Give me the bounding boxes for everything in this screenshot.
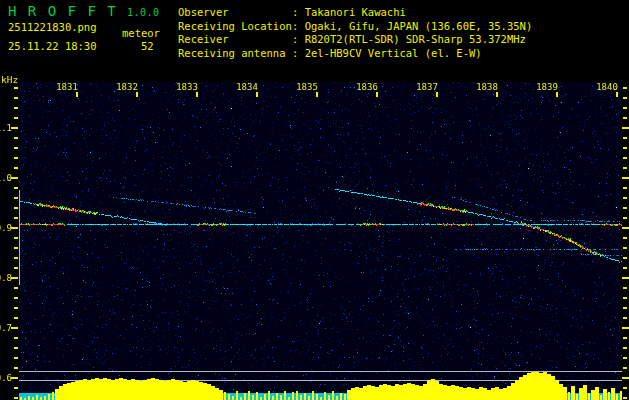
app-version: 1.0.0: [127, 7, 160, 18]
info-label: Receiver: [178, 33, 292, 47]
info-label: Receiving antenna: [178, 47, 292, 61]
freq-minor-tick-right: [623, 137, 627, 139]
freq-minor-tick: [14, 357, 18, 359]
freq-minor-tick-right: [623, 337, 627, 339]
freq-minor-tick: [14, 397, 18, 399]
freq-unit-label: kHz: [1, 75, 18, 85]
freq-minor-tick-right: [623, 367, 627, 369]
freq-minor-tick-right: [623, 117, 627, 119]
freq-minor-tick-right: [623, 167, 627, 169]
freq-minor-tick: [14, 217, 18, 219]
freq-tick-label: 0.8: [0, 273, 12, 283]
freq-minor-tick-right: [623, 237, 627, 239]
freq-major-tick-right: [622, 327, 629, 329]
info-row-0: Observer: Takanori Kawachi: [178, 6, 532, 20]
freq-minor-tick: [14, 257, 18, 259]
freq-minor-tick-right: [623, 87, 627, 89]
info-value: : 2el-HB9CV Vertical (el. E-W): [292, 47, 482, 59]
freq-major-tick: [11, 177, 18, 179]
freq-minor-tick: [14, 117, 18, 119]
spectrogram-canvas: [19, 82, 622, 400]
freq-minor-tick-right: [623, 247, 627, 249]
freq-minor-tick: [14, 337, 18, 339]
freq-minor-tick: [14, 107, 18, 109]
freq-minor-tick: [14, 147, 18, 149]
freq-minor-tick: [14, 137, 18, 139]
freq-major-tick-right: [622, 177, 629, 179]
freq-minor-tick-right: [623, 197, 627, 199]
freq-major-tick: [11, 327, 18, 329]
freq-tick-label: 1.1: [0, 123, 12, 133]
freq-minor-tick-right: [623, 187, 627, 189]
freq-minor-tick: [14, 387, 18, 389]
freq-major-tick-right: [622, 227, 629, 229]
freq-minor-tick-right: [623, 357, 627, 359]
hrofft-window: H R O F F T 1.0.0 2511221830.png meteor …: [0, 0, 629, 400]
freq-major-tick: [11, 227, 18, 229]
freq-minor-tick: [14, 207, 18, 209]
freq-minor-tick-right: [623, 317, 627, 319]
freq-minor-tick: [14, 297, 18, 299]
freq-minor-tick-right: [623, 217, 627, 219]
freq-minor-tick-right: [623, 387, 627, 389]
freq-minor-tick: [14, 157, 18, 159]
station-info-block: Observer: Takanori KawachiReceiving Loca…: [178, 6, 532, 60]
freq-minor-tick-right: [623, 287, 627, 289]
info-label: Observer: [178, 6, 292, 20]
mode-label: meteor: [122, 27, 160, 39]
freq-major-tick-right: [622, 127, 629, 129]
info-label: Receiving Location: [178, 20, 292, 34]
freq-minor-tick: [14, 87, 18, 89]
info-value: : R820T2(RTL-SDR) SDR-Sharp 53.372MHz: [292, 33, 526, 45]
freq-major-tick-right: [622, 277, 629, 279]
freq-tick-label: 0.6: [0, 373, 12, 383]
freq-minor-tick-right: [623, 347, 627, 349]
freq-tick-label: 1.0: [0, 173, 12, 183]
freq-minor-tick-right: [623, 207, 627, 209]
freq-minor-tick: [14, 317, 18, 319]
freq-minor-tick-right: [623, 307, 627, 309]
freq-major-tick: [11, 377, 18, 379]
freq-minor-tick-right: [623, 147, 627, 149]
freq-minor-tick-right: [623, 297, 627, 299]
freq-minor-tick-right: [623, 97, 627, 99]
freq-minor-tick: [14, 367, 18, 369]
freq-tick-label: 0.7: [0, 323, 12, 333]
info-row-3: Receiving antenna: 2el-HB9CV Vertical (e…: [178, 47, 532, 61]
freq-tick-label: 0.9: [0, 223, 12, 233]
freq-minor-tick: [14, 347, 18, 349]
info-value: : Ogaki, Gifu, JAPAN (136.60E, 35.35N): [292, 20, 532, 32]
app-title: H R O F F T: [8, 3, 117, 19]
info-row-1: Receiving Location: Ogaki, Gifu, JAPAN (…: [178, 20, 532, 34]
freq-minor-tick: [14, 97, 18, 99]
observation-datetime: 25.11.22 18:30: [8, 40, 97, 52]
info-value: : Takanori Kawachi: [292, 6, 406, 18]
freq-minor-tick: [14, 247, 18, 249]
freq-minor-tick-right: [623, 267, 627, 269]
info-row-2: Receiver: R820T2(RTL-SDR) SDR-Sharp 53.3…: [178, 33, 532, 47]
freq-minor-tick: [14, 267, 18, 269]
freq-major-tick-right: [622, 377, 629, 379]
freq-minor-tick: [14, 237, 18, 239]
freq-major-tick: [11, 127, 18, 129]
freq-minor-tick: [14, 167, 18, 169]
freq-major-tick: [11, 277, 18, 279]
freq-minor-tick: [14, 197, 18, 199]
freq-minor-tick-right: [623, 257, 627, 259]
echo-count: 52: [141, 40, 154, 52]
freq-minor-tick-right: [623, 107, 627, 109]
freq-minor-tick-right: [623, 397, 627, 399]
output-filename: 2511221830.png: [8, 21, 97, 33]
freq-minor-tick-right: [623, 157, 627, 159]
freq-minor-tick: [14, 307, 18, 309]
freq-minor-tick: [14, 287, 18, 289]
freq-minor-tick: [14, 187, 18, 189]
